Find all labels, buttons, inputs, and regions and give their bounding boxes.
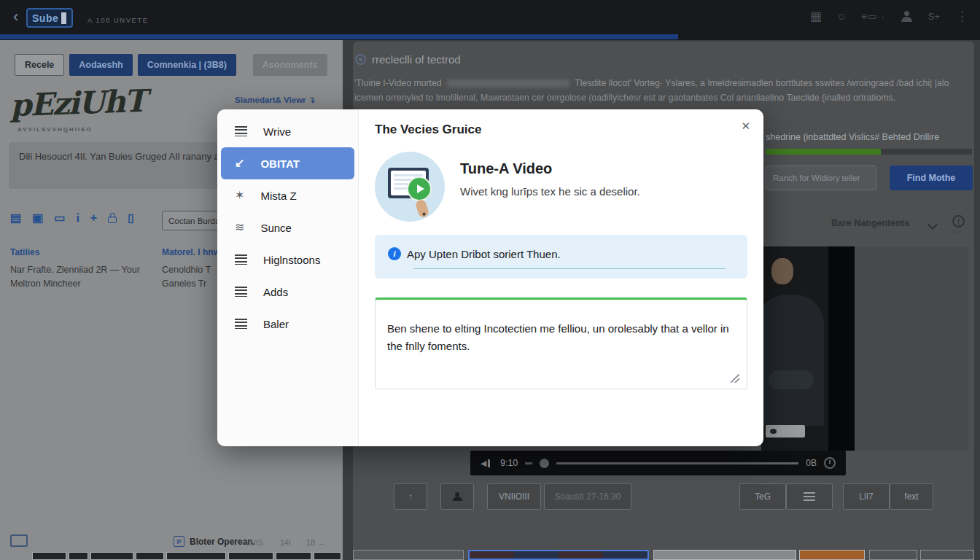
filmstrip-frame[interactable] xyxy=(166,552,225,560)
filmstrip-frame[interactable] xyxy=(314,552,341,560)
app-logo[interactable]: Sube xyxy=(26,8,73,28)
prev-pause-icon[interactable]: ◀ xyxy=(481,459,490,468)
menu-item-baler[interactable]: Baler xyxy=(217,308,358,340)
tips-icon[interactable]: ! xyxy=(952,215,965,228)
section-label[interactable]: Bare Nangentents xyxy=(831,218,909,228)
play-triangle xyxy=(417,184,424,193)
menu-item-label: Mista Z xyxy=(260,190,296,202)
table-cell-material[interactable]: Cenoldhio T Ganeles Tr xyxy=(162,263,220,292)
menu-item-obitat[interactable]: ↙ OBITAT xyxy=(221,147,354,179)
list-button[interactable] xyxy=(786,483,833,510)
seek-knob[interactable] xyxy=(540,459,549,468)
intro-paragraph: 'Tluine I-Video murted Tlesdite llocot' … xyxy=(354,77,973,105)
lines-icon xyxy=(235,287,247,297)
feature-title: Tune-A Video xyxy=(460,160,552,177)
owner-label[interactable]: Bloter Operean. xyxy=(190,537,255,547)
menu-item-higlnstoons[interactable]: Higlnstoons xyxy=(217,244,358,276)
menu-item-sunce[interactable]: ≋ Sunce xyxy=(217,211,358,244)
tab-recele[interactable]: Recele xyxy=(15,54,64,76)
schedule-button: Soausti 27-16:30 xyxy=(544,483,631,510)
caption-chip[interactable] xyxy=(766,425,805,438)
text-button[interactable]: fext xyxy=(890,483,933,510)
tag-button[interactable]: TeG xyxy=(739,483,786,510)
menu-item-label: Adds xyxy=(263,286,288,298)
video-viewport[interactable] xyxy=(761,246,855,451)
find-button[interactable]: Find Mothe xyxy=(890,166,973,190)
right-filmstrip xyxy=(353,550,974,560)
column-header-material[interactable]: Matorel. I hnw xyxy=(162,247,220,257)
card-icon[interactable]: ▭ xyxy=(54,212,65,224)
add-icon[interactable]: + xyxy=(90,212,97,224)
viewer-link[interactable]: Slamedart& Viewr ↴ xyxy=(235,95,315,105)
close-icon[interactable]: ✕ xyxy=(741,120,750,133)
filmstrip-frame[interactable] xyxy=(32,552,66,560)
column-header-titles[interactable]: Tatilies xyxy=(10,247,39,257)
info-circle-icon: i xyxy=(388,247,401,260)
tab-comments[interactable]: Comnenkia | (3B8) xyxy=(138,54,236,76)
account-button[interactable] xyxy=(440,483,474,510)
menu-item-mista-z[interactable]: ✶ Mista Z xyxy=(217,179,358,211)
filmstrip-frame[interactable] xyxy=(228,552,273,560)
list-icon xyxy=(804,492,815,501)
tab-asonoments: Asonoments xyxy=(253,54,327,76)
timeline-thumbnail-selected[interactable] xyxy=(468,550,649,560)
lines-icon xyxy=(235,254,247,265)
player-side-area xyxy=(855,246,968,451)
timeline-thumbnail[interactable] xyxy=(869,550,917,560)
section-heading-row: rrecleclli of tectrod xyxy=(355,53,461,66)
playlist-icon[interactable]: ≡▭·· xyxy=(861,12,885,21)
chevron-down-icon[interactable] xyxy=(928,219,938,230)
progress-track xyxy=(766,149,972,155)
seek-track[interactable] xyxy=(556,462,798,464)
search-input[interactable] xyxy=(766,166,876,190)
footer-meta-3[interactable]: 1B → xyxy=(306,538,325,547)
timeline-thumbnail[interactable] xyxy=(353,550,464,560)
back-icon[interactable]: ‹ xyxy=(13,7,18,26)
menu-item-label: Sunce xyxy=(260,222,292,234)
thumb-frame xyxy=(470,551,514,559)
account-icon[interactable] xyxy=(901,11,912,22)
upload-button[interactable]: ↑ xyxy=(394,483,427,510)
filmstrip-frame[interactable] xyxy=(90,552,133,560)
menu-item-label: Higlnstoons xyxy=(263,254,320,266)
analytics-icon[interactable] xyxy=(10,534,28,547)
li7-button[interactable]: LlI7 xyxy=(843,483,890,510)
add-account-icon[interactable]: S+ xyxy=(928,12,940,21)
paragraph-text-before: 'Tluine I-Video murted xyxy=(354,78,442,88)
feature-illustration xyxy=(375,152,445,222)
redacted-text xyxy=(447,79,569,88)
chat-icon[interactable]: ○ xyxy=(838,10,845,23)
resize-handle-icon[interactable] xyxy=(731,374,739,383)
globe-icon xyxy=(355,54,366,65)
filmstrip-frame[interactable] xyxy=(136,552,165,560)
menu-item-label: Wrive xyxy=(263,125,291,138)
waves-icon: ≋ xyxy=(235,222,244,233)
lock-icon[interactable] xyxy=(108,217,117,223)
timeline-thumbnail[interactable] xyxy=(920,550,974,560)
filmstrip-frame[interactable] xyxy=(276,552,311,560)
logo-cursor-block xyxy=(61,12,66,24)
dialog-title: The Vecies Gruice xyxy=(375,122,481,137)
info-icon[interactable]: i xyxy=(76,212,79,224)
menu-item-adds[interactable]: Adds xyxy=(217,276,358,308)
tab-aodaeshh[interactable]: Aodaeshh xyxy=(69,54,132,76)
presenter-body xyxy=(761,295,824,426)
note-textarea[interactable]: Ben shene to elting Incotectien me felli… xyxy=(375,298,747,389)
timeline-thumbnail[interactable] xyxy=(653,550,796,560)
video-id-button[interactable]: VNIiOIII xyxy=(487,483,541,510)
timeline-thumbnail[interactable] xyxy=(799,550,865,560)
owner-badge-icon: P xyxy=(174,536,184,547)
footer-meta-1: VIS xyxy=(251,538,263,547)
apps-grid-icon[interactable]: ▦ xyxy=(810,10,822,23)
justify-icon[interactable]: ▤ xyxy=(10,212,21,224)
kebab-menu-icon[interactable]: ⋮ xyxy=(956,10,968,23)
menu-item-wrive[interactable]: Wrive xyxy=(217,115,358,147)
history-icon[interactable] xyxy=(824,457,836,469)
hand-graphic xyxy=(415,198,430,218)
play-button-icon xyxy=(407,176,432,201)
table-cell-title[interactable]: Nar Frafte, Zlenniiad 2R — Your Meltron … xyxy=(10,263,156,292)
info-underline xyxy=(414,268,726,270)
filmstrip-frame[interactable] xyxy=(69,552,88,560)
book-icon[interactable]: ▯ xyxy=(128,212,134,224)
frame-icon[interactable]: ▣ xyxy=(32,212,43,224)
